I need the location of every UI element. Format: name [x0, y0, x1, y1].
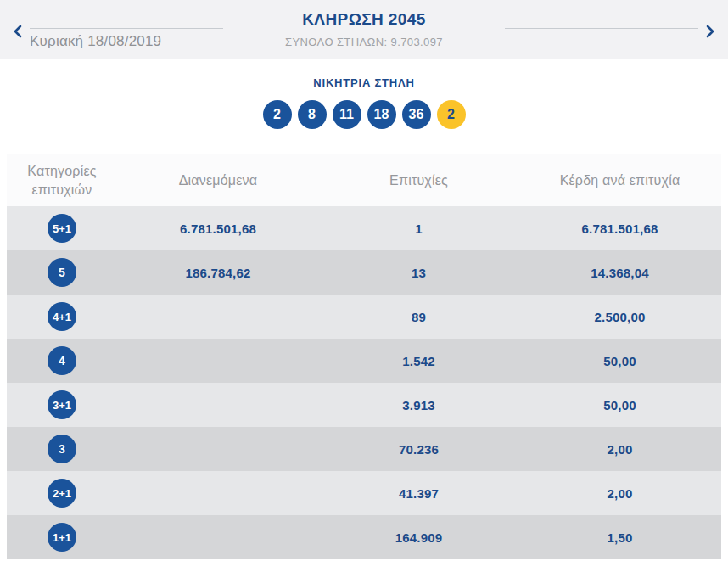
prize-value: 1,50	[518, 530, 721, 545]
draw-navigation-header: Κυριακή 18/08/2019 ΚΛΗΡΩΣΗ 2045 ΣΥΝΟΛΟ Σ…	[0, 0, 728, 59]
category-ball: 5	[48, 258, 76, 287]
category-ball: 1+1	[48, 523, 76, 552]
prize-value: 6.781.501,68	[518, 222, 721, 236]
category-cell: 4	[7, 346, 117, 375]
winners-value: 3.913	[319, 398, 518, 412]
column-header-distributed: Διανεμόμενα	[117, 171, 319, 190]
distributed-value: 6.781.501,68	[117, 222, 319, 236]
category-ball: 4+1	[48, 302, 76, 331]
distributed-value: 186.784,62	[117, 266, 319, 280]
winners-value: 89	[319, 310, 518, 324]
results-table: Κατηγορίες επιτυχιών Διανεμόμενα Επιτυχί…	[7, 154, 721, 559]
category-cell: 5+1	[7, 214, 117, 243]
winners-value: 70.236	[319, 442, 518, 457]
prize-value: 2.500,00	[518, 310, 721, 324]
category-ball: 2+1	[48, 479, 76, 508]
table-row: 5 186.784,62 13 14.368,04	[7, 250, 721, 295]
winning-number-ball: 18	[367, 100, 396, 129]
prize-value: 14.368,04	[518, 266, 721, 280]
table-row: 4 1.542 50,00	[7, 339, 721, 383]
total-columns-label: ΣΥΝΟΛΟ ΣΤΗΛΩΝ: 9.703.097	[0, 36, 728, 48]
category-ball: 4	[48, 346, 76, 375]
divider-right	[505, 28, 698, 29]
category-ball: 3	[48, 435, 76, 463]
table-row: 4+1 89 2.500,00	[7, 295, 721, 339]
winning-number-ball: 11	[333, 100, 361, 129]
column-header-winners: Επιτυχίες	[319, 171, 518, 190]
category-ball: 3+1	[48, 390, 76, 419]
winning-number-ball: 36	[402, 100, 431, 129]
column-header-prize: Κέρδη ανά επιτυχία	[518, 171, 721, 190]
column-header-categories: Κατηγορίες επιτυχιών	[7, 162, 117, 199]
winning-column-title: ΝΙΚΗΤΡΙΑ ΣΤΗΛΗ	[0, 76, 728, 89]
winning-number-ball: 2	[263, 100, 292, 129]
category-cell: 3	[7, 435, 117, 463]
table-row: 5+1 6.781.501,68 1 6.781.501,68	[7, 206, 721, 250]
category-cell: 2+1	[7, 479, 117, 508]
draw-results-page: Κυριακή 18/08/2019 ΚΛΗΡΩΣΗ 2045 ΣΥΝΟΛΟ Σ…	[0, 0, 728, 561]
next-draw-button[interactable]	[699, 20, 721, 42]
prize-value: 2,00	[518, 486, 721, 501]
category-cell: 5	[7, 258, 117, 287]
table-row: 3+1 3.913 50,00	[7, 383, 721, 427]
winners-value: 1	[319, 222, 518, 236]
prize-value: 2,00	[518, 442, 721, 457]
winning-column-section: ΝΙΚΗΤΡΙΑ ΣΤΗΛΗ 281118362	[0, 59, 728, 154]
joker-number-ball: 2	[437, 100, 466, 129]
winning-numbers: 281118362	[0, 100, 728, 129]
table-row: 3 70.236 2,00	[7, 427, 721, 471]
chevron-right-icon	[704, 25, 716, 38]
winners-value: 164.909	[319, 530, 518, 545]
category-cell: 4+1	[7, 302, 117, 331]
results-table-body: 5+1 6.781.501,68 1 6.781.501,68 5 186.78…	[7, 206, 721, 559]
category-cell: 3+1	[7, 390, 117, 419]
results-table-header: Κατηγορίες επιτυχιών Διανεμόμενα Επιτυχί…	[7, 154, 721, 206]
category-ball: 5+1	[48, 214, 76, 243]
winners-value: 13	[319, 266, 518, 280]
winners-value: 41.397	[319, 486, 518, 501]
draw-title: ΚΛΗΡΩΣΗ 2045	[0, 10, 728, 29]
winners-value: 1.542	[319, 354, 518, 368]
table-row: 2+1 41.397 2,00	[7, 471, 721, 515]
category-cell: 1+1	[7, 523, 117, 552]
prize-value: 50,00	[518, 354, 721, 368]
draw-header-center: ΚΛΗΡΩΣΗ 2045 ΣΥΝΟΛΟ ΣΤΗΛΩΝ: 9.703.097	[0, 10, 728, 48]
winning-number-ball: 8	[298, 100, 327, 129]
table-row: 1+1 164.909 1,50	[7, 515, 721, 559]
prize-value: 50,00	[518, 398, 721, 412]
